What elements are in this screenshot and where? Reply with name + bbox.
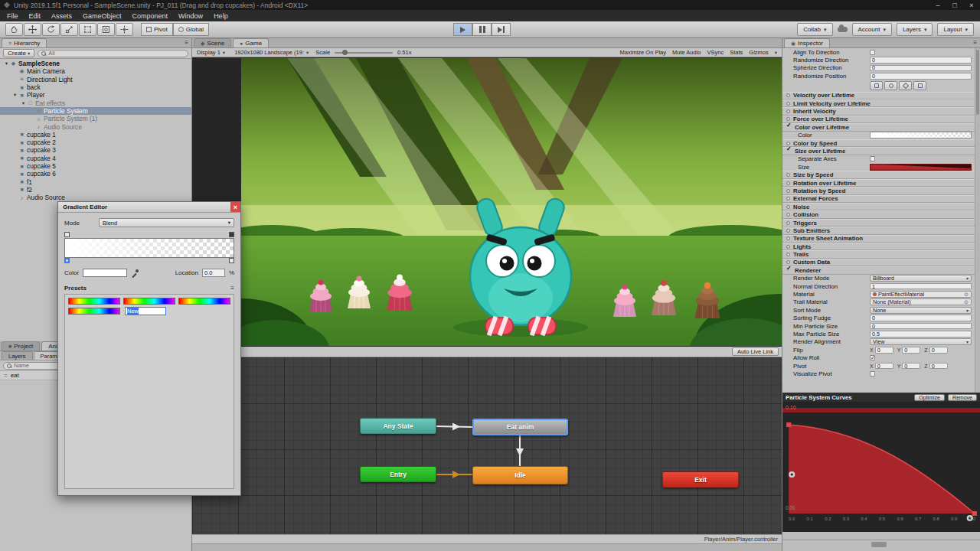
hierarchy-item[interactable]: ▼ □ Eat effects — [0, 99, 191, 106]
object-picker-icon[interactable]: ⊙ — [964, 292, 969, 298]
account-dropdown[interactable]: Account▾ — [852, 23, 892, 36]
scrollbar-handle[interactable] — [976, 50, 979, 115]
create-button[interactable]: Create▾ — [3, 49, 34, 57]
foldout-arrow[interactable]: ▼ — [11, 93, 18, 97]
particle-module-header[interactable]: Force over Lifetime — [782, 116, 975, 123]
flip-y-field[interactable]: 0 — [902, 347, 920, 354]
hierarchy-item[interactable]: ♪ Audio Source — [0, 194, 191, 201]
cloud-services-icon[interactable] — [838, 27, 848, 32]
rotate-tool-button[interactable] — [42, 23, 60, 36]
menu-item[interactable]: Window — [173, 12, 208, 20]
game-toolbar-toggle[interactable]: Mute Audio — [672, 49, 701, 56]
state-node-exit[interactable]: Exit — [662, 471, 739, 487]
alpha-key-marker[interactable] — [229, 232, 234, 237]
allow-roll-checkbox[interactable] — [870, 355, 875, 360]
module-checkbox[interactable] — [786, 109, 790, 113]
minimize-button[interactable]: – — [929, 2, 946, 9]
close-icon[interactable]: × — [230, 202, 240, 212]
hierarchy-item[interactable]: ■ cupcake 4 — [0, 155, 191, 162]
module-checkbox[interactable] — [786, 267, 792, 274]
particle-module-header[interactable]: Trails — [782, 250, 975, 258]
pivot-x-field[interactable]: 0 — [875, 363, 893, 370]
move-tool-button[interactable] — [24, 23, 41, 36]
location-field[interactable]: 0.0 — [202, 269, 225, 277]
presets-menu-icon[interactable]: ≡ — [230, 285, 234, 292]
spherize-direction-field[interactable]: 0 — [870, 65, 972, 72]
play-button[interactable] — [453, 23, 472, 36]
module-checkbox[interactable] — [786, 142, 790, 145]
collab-dropdown[interactable]: Collab▾ — [797, 23, 832, 36]
module-checkbox[interactable] — [786, 173, 790, 177]
step-button[interactable] — [492, 23, 511, 36]
min-particle-size-field[interactable]: 0 — [870, 323, 972, 330]
animator-hscrollbar[interactable] — [192, 543, 782, 551]
pivot-y-field[interactable]: 0 — [902, 363, 920, 370]
hierarchy-item[interactable]: ☀ Directional Light — [0, 76, 191, 83]
optimize-button[interactable]: Optimize — [914, 394, 945, 401]
module-checkbox[interactable] — [786, 189, 790, 193]
particle-module-header[interactable]: Renderer — [782, 266, 975, 274]
particle-module-header[interactable]: Collision — [782, 210, 975, 218]
sort-mode-dropdown[interactable]: None▾ — [870, 307, 972, 314]
hierarchy-item[interactable]: ■ cupcake 1 — [0, 131, 191, 139]
gradient-preset-swatch[interactable] — [68, 308, 120, 315]
module-checkbox[interactable] — [786, 181, 790, 185]
hierarchy-item[interactable]: ■ f2 — [0, 186, 191, 194]
global-toggle-button[interactable]: Global — [173, 23, 209, 36]
module-checkbox[interactable] — [786, 260, 790, 264]
particle-module-header[interactable]: Lights — [782, 243, 975, 250]
particle-module-header[interactable]: Rotation over Lifetime — [782, 179, 975, 187]
hierarchy-item[interactable]: ▼ ■ Player — [0, 91, 191, 99]
foldout-arrow[interactable]: ▼ — [3, 61, 10, 66]
module-checkbox[interactable] — [786, 245, 790, 249]
gradient-preset-swatch[interactable] — [178, 298, 230, 305]
module-checkbox[interactable] — [786, 117, 790, 121]
gradient-preset-swatch[interactable] — [68, 298, 120, 305]
state-node-eat-anim[interactable]: Eat anim — [472, 419, 568, 435]
render-mode-dropdown[interactable]: Billboard▾ — [870, 275, 972, 282]
eyedropper-icon[interactable] — [131, 269, 139, 277]
hierarchy-item[interactable]: ■ cupcake 6 — [0, 170, 191, 178]
layers-dropdown[interactable]: Layers▾ — [897, 23, 933, 36]
gradient-editor-titlebar[interactable]: Gradient Editor × — [58, 202, 240, 213]
hierarchy-item[interactable]: ☼ Particle System — [0, 107, 191, 115]
gradient-preview-strip[interactable] — [64, 238, 234, 258]
panel-menu-icon[interactable]: ≡ — [973, 39, 977, 46]
layout-dropdown[interactable]: Layout▾ — [937, 23, 974, 36]
tab-inspector[interactable]: ◉Inspector — [784, 38, 830, 47]
tab-game[interactable]: ●Game — [233, 38, 269, 47]
menu-item[interactable]: GameObject — [77, 12, 127, 20]
animator-canvas[interactable]: Any State Eat anim Entry Idle Exit — [192, 357, 782, 534]
visualize-pivot-checkbox[interactable] — [870, 371, 875, 377]
menu-item[interactable]: Help — [208, 12, 234, 20]
hierarchy-search-input[interactable]: All — [38, 50, 188, 57]
flip-x-field[interactable]: 0 — [875, 347, 893, 354]
module-checkbox[interactable] — [786, 229, 790, 233]
hierarchy-item[interactable]: ☼ Particle System (1) — [0, 115, 191, 122]
slider-thumb[interactable] — [342, 50, 348, 55]
material-object-field[interactable]: PaintEffectMaterial⊙ — [870, 291, 972, 298]
particle-module-header[interactable]: Color over Lifetime — [782, 123, 975, 131]
normal-direction-field[interactable]: 1 — [870, 283, 972, 290]
randomize-position-field[interactable]: 0 — [870, 73, 972, 80]
remove-button[interactable]: Remove — [948, 394, 977, 401]
particle-module-header[interactable]: Triggers — [782, 219, 975, 227]
alpha-key-marker[interactable] — [64, 232, 70, 237]
particle-module-header[interactable]: Inherit Velocity — [782, 107, 975, 115]
hierarchy-item[interactable]: ■ cupcake 3 — [0, 146, 191, 154]
curves-zoom-scrollbar[interactable] — [782, 540, 980, 549]
foldout-arrow[interactable]: ▼ — [20, 101, 27, 106]
game-toolbar-toggle[interactable]: Gizmos — [749, 49, 768, 56]
pivot-toggle-button[interactable]: Pivot — [141, 23, 173, 36]
tab-layers[interactable]: Layers — [2, 351, 33, 360]
particle-module-header[interactable]: External Forces — [782, 195, 975, 203]
hierarchy-item[interactable]: ■ back — [0, 83, 191, 91]
render-alignment-dropdown[interactable]: View▾ — [870, 338, 972, 345]
game-toolbar-toggle[interactable]: VSync — [707, 49, 724, 56]
state-node-entry[interactable]: Entry — [360, 466, 436, 482]
rect-tool-button[interactable] — [79, 23, 96, 36]
menu-item[interactable]: Assets — [46, 12, 77, 20]
edit-gizmo-button[interactable] — [884, 81, 897, 90]
color-key-marker[interactable] — [229, 258, 234, 263]
separate-axes-checkbox[interactable] — [870, 156, 875, 161]
